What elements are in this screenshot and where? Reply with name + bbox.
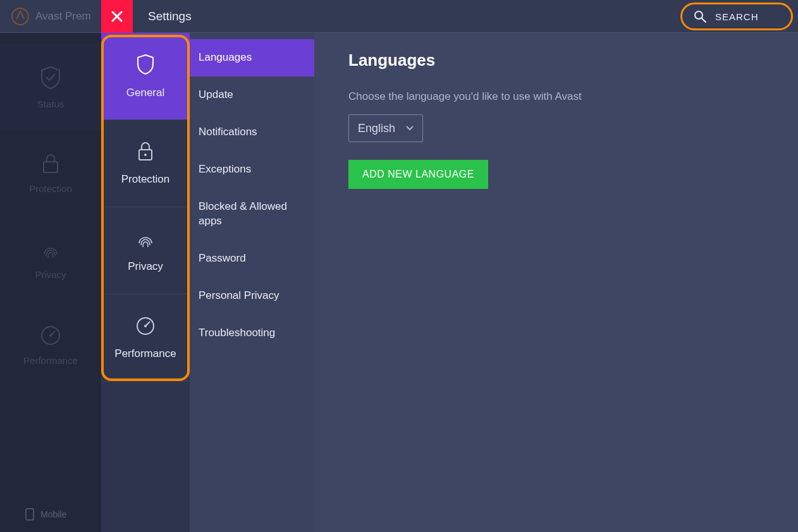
settings-cat-performance[interactable]: Performance — [101, 294, 190, 382]
main-nav-protection[interactable]: Protection — [0, 130, 101, 216]
content-panel: Languages Choose the language you'd like… — [314, 33, 798, 532]
sub-item-exceptions[interactable]: Exceptions — [190, 151, 314, 188]
shield-icon — [136, 54, 155, 75]
svg-point-12 — [144, 325, 147, 327]
fingerprint-icon — [136, 229, 155, 249]
sub-item-troubleshooting[interactable]: Troubleshooting — [190, 315, 314, 352]
sub-item-blocked-allowed[interactable]: Blocked & Allowed apps — [190, 188, 314, 240]
main-nav-privacy[interactable]: Privacy — [0, 216, 101, 302]
app-logo-area: Avast Prem — [0, 8, 101, 25]
svg-point-9 — [144, 154, 147, 156]
lock-icon — [137, 142, 154, 162]
settings-cat-privacy[interactable]: Privacy — [101, 207, 190, 294]
svg-line-2 — [702, 18, 706, 22]
settings-cat-label: General — [126, 87, 164, 99]
page-title: Settings — [148, 9, 192, 23]
settings-cat-label: Privacy — [128, 260, 163, 273]
lock-icon — [41, 153, 60, 174]
svg-rect-3 — [44, 162, 58, 172]
content-helper-text: Choose the language you'd like to use wi… — [348, 90, 764, 103]
settings-cat-protection[interactable]: Protection — [101, 120, 190, 207]
close-button[interactable] — [101, 0, 133, 33]
main-nav-label: Performance — [23, 355, 78, 366]
main-nav-label: Protection — [29, 183, 72, 194]
avast-logo-icon — [11, 8, 29, 25]
language-select-value: English — [358, 122, 395, 135]
search-icon — [694, 10, 706, 23]
gauge-icon — [40, 325, 61, 346]
sub-item-password[interactable]: Password — [190, 240, 314, 277]
sub-item-update[interactable]: Update — [190, 76, 314, 114]
settings-category-nav: General Protection Privacy Performance — [101, 33, 190, 532]
main-nav-label: Status — [37, 99, 64, 109]
settings-sub-list: Languages Update Notifications Exception… — [190, 33, 314, 532]
main-nav-performance[interactable]: Performance — [0, 302, 101, 388]
settings-cat-label: Performance — [114, 348, 176, 360]
language-select[interactable]: English — [348, 114, 423, 142]
gauge-icon — [135, 316, 156, 336]
settings-cat-label: Protection — [121, 173, 170, 186]
main-nav-label: Privacy — [35, 269, 66, 280]
chevron-down-icon — [406, 126, 414, 131]
settings-cat-general[interactable]: General — [101, 33, 190, 120]
app-name: Avast Prem — [35, 10, 91, 23]
close-icon — [111, 11, 123, 22]
svg-point-1 — [695, 11, 703, 19]
sub-item-notifications[interactable]: Notifications — [190, 114, 314, 151]
fingerprint-icon — [40, 239, 61, 260]
main-nav: Status Protection Privacy Performance — [0, 33, 101, 532]
content-heading: Languages — [348, 51, 764, 70]
svg-point-6 — [49, 334, 52, 337]
shield-check-icon — [40, 66, 61, 90]
sub-item-languages[interactable]: Languages — [190, 39, 314, 76]
sub-item-personal-privacy[interactable]: Personal Privacy — [190, 277, 314, 315]
main-nav-status[interactable]: Status — [0, 44, 101, 130]
search-button[interactable]: SEARCH — [680, 3, 793, 30]
search-label: SEARCH — [715, 11, 759, 22]
add-language-button[interactable]: ADD NEW LANGUAGE — [348, 160, 488, 189]
